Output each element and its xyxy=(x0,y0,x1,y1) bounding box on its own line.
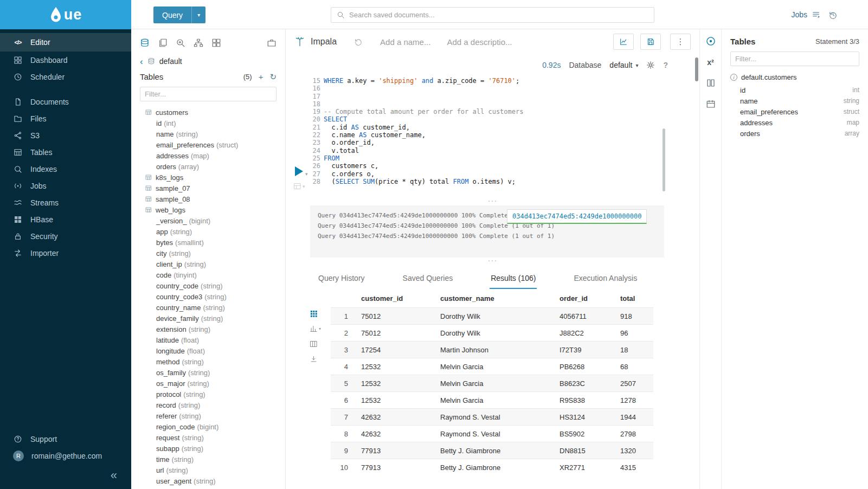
grid-view-icon[interactable] xyxy=(310,310,318,318)
column-row[interactable]: name string xyxy=(730,95,859,106)
result-row[interactable]: 4 12532 Melvin Garcia PB6268 68 xyxy=(331,358,653,375)
assist-tree-item[interactable]: web_logs xyxy=(131,204,285,215)
assist-tree-item[interactable]: extension (string) xyxy=(131,324,285,334)
sidebar-item-dashboard[interactable]: Dashboard xyxy=(0,52,131,68)
assist-tree-item[interactable]: code (tinyint) xyxy=(131,269,285,280)
functions-icon[interactable]: x² xyxy=(707,58,713,67)
databases-source-icon[interactable] xyxy=(140,38,150,48)
assist-tree-item[interactable]: record (string) xyxy=(131,400,285,410)
assist-tree-item[interactable]: time (string) xyxy=(131,454,285,465)
query-id-popover[interactable]: 034d413ec7474ed5:4249de1000000000 xyxy=(507,209,647,224)
sidebar-item-indexes[interactable]: Indexes xyxy=(0,160,131,177)
chart-view-icon[interactable]: ▾ xyxy=(310,325,321,333)
assist-tree-item[interactable]: country_name (string) xyxy=(131,302,285,313)
assist-tree-item[interactable]: os_family (string) xyxy=(131,367,285,378)
column-row[interactable]: orders array xyxy=(730,128,859,139)
result-row[interactable]: 1 75012 Dorothy Wilk 4056711 918 xyxy=(331,307,653,324)
sidebar-item-jobs[interactable]: Jobs xyxy=(0,177,131,194)
new-query-button[interactable]: Query ▾ xyxy=(153,7,205,23)
result-row[interactable]: 6 12532 Melvin Garcia R9S838 1278 xyxy=(331,391,653,408)
sidebar-item-support[interactable]: Support xyxy=(0,430,131,447)
assist-tree-item[interactable]: bytes (smallint) xyxy=(131,237,285,248)
sidebar-item-files[interactable]: Files xyxy=(0,110,131,127)
search-input[interactable] xyxy=(349,11,648,19)
resize-handle-bottom[interactable]: ··· xyxy=(286,258,699,265)
sql-editor[interactable]: 1516171819202122232425262728 WHERE a.key… xyxy=(286,76,699,198)
result-tab[interactable]: Results (106) xyxy=(490,274,537,289)
result-row[interactable]: 5 12532 Melvin Garcia B8623C 2507 xyxy=(331,375,653,391)
right-panel-filter-input[interactable] xyxy=(730,52,859,66)
result-tab[interactable]: Saved Queries xyxy=(402,274,454,289)
result-tab[interactable]: Execution Analysis xyxy=(573,274,638,289)
hue-logo[interactable]: ue xyxy=(0,0,131,29)
assist-tree-item[interactable]: id (int) xyxy=(131,118,285,128)
info-icon[interactable]: i xyxy=(730,74,737,81)
assist-tree-item[interactable]: name (string) xyxy=(131,128,285,139)
add-table-icon[interactable]: + xyxy=(259,73,263,81)
assist-tree-item[interactable]: device_family (string) xyxy=(131,313,285,324)
sidebar-item-tables[interactable]: Tables xyxy=(0,144,131,160)
column-header[interactable]: customer_id xyxy=(357,294,436,303)
sidebar-item-importer[interactable]: Importer xyxy=(0,244,131,261)
query-dropdown-caret-icon[interactable]: ▾ xyxy=(191,7,205,23)
result-row[interactable]: 8 42632 Raymond S. Vestal BS5902 2798 xyxy=(331,425,653,442)
result-row[interactable]: 3 17254 Martin Johnson I72T39 18 xyxy=(331,341,653,358)
query-description-field[interactable]: Add a descriptio... xyxy=(447,37,512,47)
download-results-icon[interactable] xyxy=(310,355,318,363)
apps-grid-icon[interactable] xyxy=(211,38,221,48)
documents-source-icon[interactable] xyxy=(158,38,168,48)
database-name[interactable]: default xyxy=(159,57,182,66)
assist-tree-item[interactable]: sample_08 xyxy=(131,194,285,204)
assist-filter-input[interactable] xyxy=(140,87,277,101)
assist-tree-item[interactable]: protocol (string) xyxy=(131,389,285,400)
sidebar-user[interactable]: R romain@gethue.com xyxy=(0,447,131,464)
execute-options-caret-icon[interactable]: ▾ xyxy=(305,171,308,177)
assist-tree-item[interactable]: longitude (float) xyxy=(131,345,285,356)
help-icon[interactable]: ? xyxy=(663,61,668,69)
back-chevron-icon[interactable]: ‹ xyxy=(140,57,143,66)
sitemap-icon[interactable] xyxy=(194,38,203,48)
sidebar-item-hbase[interactable]: HBase xyxy=(0,211,131,228)
save-button[interactable] xyxy=(640,34,661,50)
sidebar-item-s3[interactable]: S3 xyxy=(0,127,131,144)
query-history-toggle-icon[interactable] xyxy=(354,37,363,46)
assist-tree-item[interactable]: addresses (map) xyxy=(131,150,285,161)
sidebar-item-scheduler[interactable]: Scheduler xyxy=(0,68,131,85)
assist-tree-item[interactable]: method (string) xyxy=(131,356,285,367)
page-scrollbar[interactable] xyxy=(695,57,698,81)
refresh-tables-icon[interactable]: ↻ xyxy=(269,73,277,81)
assist-tree-item[interactable]: latitude (float) xyxy=(131,334,285,345)
resize-handle-top[interactable]: ··· xyxy=(286,198,699,205)
execute-query-button[interactable] xyxy=(295,166,303,176)
zoom-in-icon[interactable] xyxy=(176,38,185,48)
chart-button[interactable] xyxy=(613,34,634,50)
active-table-row[interactable]: i default.customers xyxy=(730,73,859,81)
column-header[interactable]: order_id xyxy=(555,294,616,303)
column-row[interactable]: addresses map xyxy=(730,117,859,128)
sidebar-item-editor[interactable]: </> Editor xyxy=(0,33,131,52)
result-row[interactable]: 2 75012 Dorothy Wilk J882C2 96 xyxy=(331,324,653,341)
new-query-label[interactable]: Query xyxy=(153,11,191,20)
result-tab[interactable]: Query History xyxy=(317,274,366,289)
explain-query-icon[interactable]: ▾ xyxy=(293,182,305,190)
database-select[interactable]: default ▾ xyxy=(609,61,638,69)
result-row[interactable]: 7 42632 Raymond S. Vestal HS3124 1944 xyxy=(331,408,653,425)
assist-tree-item[interactable]: country_code (string) xyxy=(131,280,285,291)
assist-tree-item[interactable]: orders (array) xyxy=(131,161,285,172)
assist-tree-item[interactable]: country_code3 (string) xyxy=(131,291,285,302)
more-options-button[interactable]: ⋮ xyxy=(670,34,691,50)
schedule-calendar-icon[interactable] xyxy=(706,99,716,109)
editor-settings-gear-icon[interactable] xyxy=(646,61,655,69)
assist-tree-item[interactable]: user_agent (string) xyxy=(131,475,285,486)
query-history-icon[interactable] xyxy=(828,10,838,20)
sidebar-item-security[interactable]: Security xyxy=(0,228,131,244)
column-row[interactable]: email_preferences struct xyxy=(730,106,859,117)
editor-code[interactable]: WHERE a.key = 'shipping' and a.zip_code … xyxy=(324,77,661,185)
assist-tree-item[interactable]: email_preferences (struct) xyxy=(131,139,285,150)
briefcase-icon[interactable] xyxy=(267,38,277,48)
collapse-sidebar-icon[interactable]: « xyxy=(111,468,117,482)
sidebar-item-streams[interactable]: Streams xyxy=(0,194,131,211)
assist-tree-item[interactable]: referer (string) xyxy=(131,410,285,421)
assist-tree-item[interactable]: app (string) xyxy=(131,226,285,237)
column-row[interactable]: id int xyxy=(730,85,859,95)
